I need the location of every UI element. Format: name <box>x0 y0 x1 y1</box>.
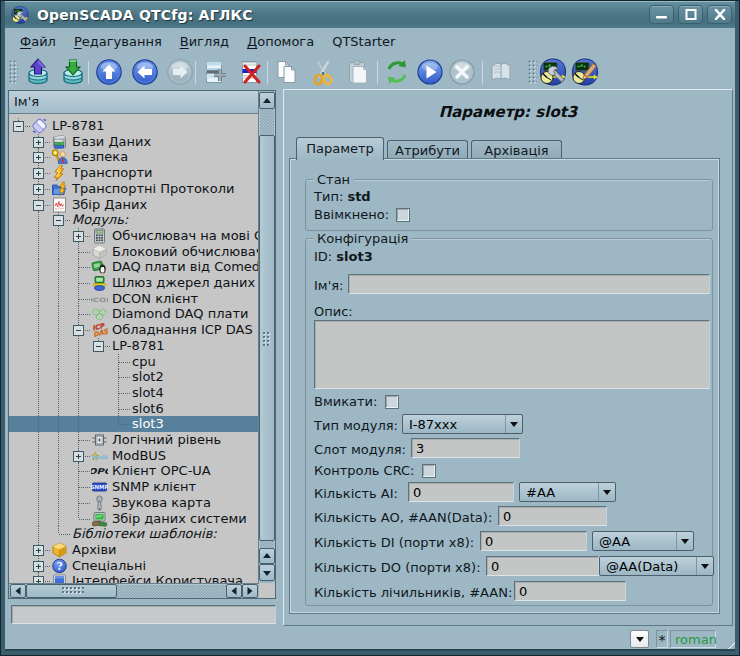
enabled-checkbox[interactable] <box>396 208 410 222</box>
modtype-combobox[interactable]: I-87xxx <box>402 414 523 434</box>
expand-toggle-icon[interactable] <box>33 576 44 583</box>
expand-toggle-icon[interactable] <box>33 152 44 163</box>
menu-file[interactable]: Файл <box>11 30 65 53</box>
tree-item-dcon-клієнт[interactable]: DCONDCON клієнт <box>9 291 259 307</box>
expand-toggle-icon[interactable] <box>33 184 44 195</box>
tree-header-name-column[interactable]: Ім'я <box>9 91 259 114</box>
tree-vertical-scrollbar[interactable] <box>258 91 275 583</box>
tree-item-архіви[interactable]: Архіви <box>9 542 259 558</box>
stop-button[interactable] <box>448 58 476 86</box>
scroll-up-icon[interactable] <box>259 92 275 109</box>
ai-combobox[interactable]: #AA <box>519 482 616 502</box>
paste-item-button[interactable] <box>344 58 372 86</box>
tree-item-бібліотеки-шаблонів-[interactable]: Бібліотеки шаблонів: <box>9 526 259 542</box>
scroll-left-icon[interactable] <box>226 584 242 598</box>
qtstarter-qtcfg-button[interactable] <box>539 58 567 86</box>
tree-item-slot6[interactable]: slot6 <box>9 401 259 417</box>
tree-item-збір-даних-системи[interactable]: Збір даних системи <box>9 511 259 527</box>
go-forward-button[interactable] <box>166 58 194 86</box>
expand-toggle-icon[interactable] <box>33 168 44 179</box>
do-input[interactable]: 0 <box>486 556 599 576</box>
modslot-input[interactable]: 3 <box>411 438 520 458</box>
tree-item-спеціальні[interactable]: ?Спеціальні <box>9 558 259 574</box>
tree-horizontal-scrollbar[interactable] <box>9 583 259 598</box>
scroll-down-icon[interactable] <box>259 564 275 581</box>
menu-view[interactable]: Вигляд <box>171 30 238 53</box>
tree-item-lp-8781[interactable]: LP-8781 <box>9 118 259 134</box>
load-from-db-button[interactable] <box>24 58 52 86</box>
tree-item-diamond-daq-плати[interactable]: Diamond DAQ плати <box>9 306 259 322</box>
collapse-toggle-icon[interactable] <box>13 121 24 132</box>
toolbar-handle[interactable] <box>9 60 18 84</box>
di-input[interactable]: 0 <box>480 531 587 551</box>
tree-item-обладнання-icp-das[interactable]: ICPDASОбладнання ICP DAS <box>9 322 259 338</box>
titlebar[interactable]: OpenSCADA QTCfg: АГЛКС <box>2 2 738 28</box>
tree-item-блоковий-обчислювач[interactable]: Блоковий обчислювач <box>9 244 259 260</box>
tree-item-логічний-рівень[interactable]: Логічний рівень <box>9 432 259 448</box>
delete-item-button[interactable] <box>237 58 265 86</box>
tree-item-інтерфейси-користувача[interactable]: Інтерфейси Користувача <box>9 573 259 583</box>
collapse-toggle-icon[interactable] <box>33 200 44 211</box>
tab-archiving[interactable]: Архівація <box>471 140 562 159</box>
tree-item-slot4[interactable]: slot4 <box>9 385 259 401</box>
tree-item-клієнт-opc-ua[interactable]: OPCКлієнт OPC-UA <box>9 463 259 479</box>
vertical-scrollbar-thumb[interactable] <box>259 135 275 541</box>
minimize-button[interactable] <box>649 5 674 24</box>
tree-item-шлюз-джерел-даних[interactable]: Шлюз джерел даних <box>9 275 259 291</box>
expand-toggle-icon[interactable] <box>33 561 44 572</box>
statusbar-dropdown-button[interactable] <box>630 630 649 648</box>
save-to-db-button[interactable] <box>59 58 87 86</box>
menu-qtstarter[interactable]: QTStarter <box>323 30 404 53</box>
go-up-button[interactable] <box>95 58 123 86</box>
tree-item-обчислювач-на-мові-с[interactable]: Обчислювач на мові С <box>9 228 259 244</box>
collapse-toggle-icon[interactable] <box>93 341 104 352</box>
scroll-left-icon[interactable] <box>10 584 26 598</box>
refresh-button[interactable] <box>383 58 411 86</box>
cut-item-button[interactable] <box>309 58 337 86</box>
start-button[interactable] <box>416 58 444 86</box>
tree-item-транспорти[interactable]: Транспорти <box>9 165 259 181</box>
tree-item-slot2[interactable]: slot2 <box>9 369 259 385</box>
tab-parameter[interactable]: Параметр <box>296 137 384 160</box>
do-combobox[interactable]: @AA(Data) <box>599 556 714 576</box>
tree-item-cpu[interactable]: cpu <box>9 354 259 370</box>
tree-item-транспортні-протоколи[interactable]: Транспортні Протоколи <box>9 181 259 197</box>
descr-textarea[interactable] <box>314 320 710 389</box>
expand-toggle-icon[interactable] <box>33 545 44 556</box>
scroll-right-icon[interactable] <box>242 584 258 598</box>
tree-item-модуль-[interactable]: Модуль: <box>9 212 259 228</box>
cntr-input[interactable]: 0 <box>514 581 626 601</box>
menu-edit[interactable]: Редагування <box>65 30 171 53</box>
tree-item-lp-8781[interactable]: LP-8781 <box>9 338 259 354</box>
tree-item-slot3[interactable]: slot3 <box>9 416 259 432</box>
statusbar-user[interactable]: roman <box>670 630 716 648</box>
scroll-up-icon[interactable] <box>259 548 275 564</box>
resize-grip-icon[interactable] <box>720 636 735 651</box>
di-combobox[interactable]: @AA <box>592 531 694 551</box>
tree-item-snmp-клієнт[interactable]: SNMPSNMP клієнт <box>9 479 259 495</box>
horizontal-scrollbar-thumb[interactable] <box>26 584 117 598</box>
go-back-button[interactable] <box>131 58 159 86</box>
ai-input[interactable]: 0 <box>408 482 514 502</box>
name-input[interactable] <box>348 274 710 294</box>
crc-checkbox[interactable] <box>422 464 436 478</box>
collapse-toggle-icon[interactable] <box>53 215 64 226</box>
tree-item-modbus[interactable]: ModbusModBUS <box>9 448 259 464</box>
tab-attributes[interactable]: Атрибути <box>387 140 468 159</box>
expand-toggle-icon[interactable] <box>33 137 44 148</box>
copy-item-button[interactable] <box>273 58 301 86</box>
tree-item-звукова-карта[interactable]: Звукова карта <box>9 495 259 511</box>
tree-item-безпека[interactable]: Безпека <box>9 149 259 165</box>
tree-item-бази-даних[interactable]: Бази Даних <box>9 134 259 150</box>
close-button[interactable] <box>707 5 732 24</box>
qtstarter-vision-button[interactable] <box>571 58 599 86</box>
manual-button[interactable] <box>487 58 515 86</box>
ao-input[interactable]: 0 <box>498 506 607 526</box>
tree-item-збір-даних[interactable]: Збір Даних <box>9 197 259 213</box>
toolbar-handle[interactable] <box>528 60 537 84</box>
menu-help[interactable]: Допомога <box>238 30 323 53</box>
tree-filter-input[interactable] <box>11 605 276 624</box>
add-item-button[interactable] <box>202 58 230 86</box>
maximize-button[interactable] <box>678 5 703 24</box>
expand-toggle-icon[interactable] <box>73 451 84 462</box>
